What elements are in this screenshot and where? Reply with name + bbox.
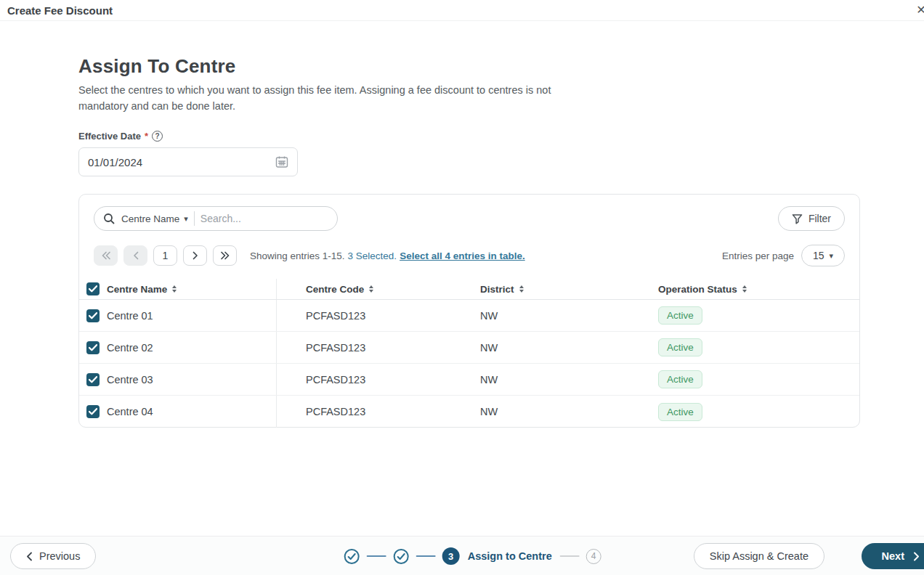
cell-centre-code: PCFASD123 — [277, 300, 480, 331]
column-label: Centre Code — [306, 284, 364, 295]
previous-button[interactable]: Previous — [10, 543, 96, 569]
search-input[interactable] — [200, 213, 328, 224]
prev-page-button[interactable] — [123, 245, 147, 266]
page-description: Select the centres to which you want to … — [78, 83, 580, 115]
help-icon[interactable]: ? — [152, 131, 163, 142]
last-page-button[interactable] — [213, 245, 237, 266]
cell-centre-name: Centre 03 — [107, 364, 277, 395]
entries-per-page-select[interactable]: 15 ▾ — [801, 245, 845, 266]
required-mark: * — [145, 131, 148, 142]
chevron-down-icon: ▾ — [184, 214, 188, 224]
current-page-number: 1 — [163, 250, 169, 261]
search-divider — [194, 211, 195, 226]
effective-date-value: 01/01/2024 — [88, 156, 275, 168]
current-page-button[interactable]: 1 — [153, 245, 177, 266]
step-3-current-badge: 3 — [442, 547, 460, 565]
column-header-centre-name[interactable]: Centre Name — [107, 279, 277, 299]
step-connector — [560, 555, 580, 557]
column-header-operation-status[interactable]: Operation Status — [658, 279, 859, 299]
skip-label: Skip Assign & Create — [710, 550, 808, 562]
pagination-bar: 1 Showing entries 1-15. 3 Selected. Sele… — [94, 245, 845, 266]
centres-table: Centre Name Centre Code District Operati… — [79, 279, 859, 428]
column-label: Centre Name — [107, 284, 167, 295]
table-row: Centre 01 PCFASD123 NW Active — [79, 300, 859, 332]
status-badge: Active — [658, 338, 702, 356]
sort-icon[interactable] — [369, 285, 373, 293]
wizard-footer: Previous 3 Assign to Centre 4 — [0, 536, 924, 575]
table-row: Centre 02 PCFASD123 NW Active — [79, 332, 859, 364]
create-fee-discount-dialog: Create Fee Discount ✕ Assign To Centre S… — [0, 0, 924, 575]
calendar-icon[interactable] — [275, 155, 288, 168]
step-1-complete-icon — [344, 548, 360, 565]
step-2-complete-icon — [393, 548, 410, 565]
chevron-left-icon — [26, 552, 33, 561]
table-row: Centre 03 PCFASD123 NW Active — [79, 364, 859, 396]
table-row: Centre 04 PCFASD123 NW Active — [79, 396, 859, 428]
previous-label: Previous — [39, 550, 80, 562]
row-checkbox[interactable] — [86, 309, 100, 322]
step-connector — [416, 555, 436, 557]
step-connector — [367, 555, 386, 557]
cell-district: NW — [480, 364, 658, 395]
effective-date-label: Effective Date * ? — [78, 131, 163, 142]
next-page-button[interactable] — [183, 245, 207, 266]
status-badge: Active — [658, 370, 702, 388]
step-4-badge: 4 — [586, 549, 601, 564]
entries-per-page: Entries per page 15 ▾ — [722, 245, 845, 266]
showing-entries-text: Showing entries 1-15. — [250, 250, 345, 261]
search-icon — [103, 213, 115, 225]
search-category-value: Centre Name — [121, 213, 179, 224]
close-icon[interactable]: ✕ — [913, 2, 924, 18]
cell-centre-name: Centre 04 — [107, 396, 277, 428]
selected-count-text: 3 Selected. — [348, 250, 397, 261]
column-label: District — [480, 284, 514, 295]
effective-date-field[interactable]: 01/01/2024 — [78, 147, 298, 176]
column-header-centre-code[interactable]: Centre Code — [277, 279, 480, 299]
first-page-button[interactable] — [94, 245, 118, 266]
row-checkbox[interactable] — [86, 341, 100, 354]
filter-button[interactable]: Filter — [778, 206, 845, 231]
cell-centre-code: PCFASD123 — [277, 364, 480, 395]
cell-centre-name: Centre 01 — [107, 300, 277, 331]
column-header-district[interactable]: District — [480, 279, 658, 299]
skip-assign-create-button[interactable]: Skip Assign & Create — [694, 543, 824, 569]
header-checkbox-cell — [79, 279, 107, 299]
table-header-row: Centre Name Centre Code District Operati… — [79, 279, 859, 300]
row-checkbox[interactable] — [86, 373, 100, 386]
centres-table-card: Centre Name ▾ Filter — [78, 194, 860, 428]
cell-district: NW — [480, 300, 658, 331]
select-all-checkbox[interactable] — [86, 282, 100, 295]
row-checkbox[interactable] — [86, 405, 100, 418]
entries-per-page-value: 15 — [813, 250, 824, 261]
search-bar: Centre Name ▾ — [94, 206, 338, 231]
entries-per-page-label: Entries per page — [722, 250, 794, 261]
sort-icon[interactable] — [172, 285, 177, 293]
column-label: Operation Status — [658, 284, 737, 295]
status-badge: Active — [658, 403, 702, 421]
cell-centre-code: PCFASD123 — [277, 396, 480, 428]
dialog-header: Create Fee Discount ✕ — [0, 0, 924, 21]
effective-date-label-text: Effective Date — [78, 131, 141, 142]
page-title: Assign To Centre — [78, 55, 236, 78]
next-label: Next — [882, 550, 904, 562]
sort-icon[interactable] — [519, 285, 524, 293]
chevron-right-icon — [913, 552, 920, 561]
chevron-down-icon: ▾ — [830, 251, 834, 261]
cell-centre-name: Centre 02 — [107, 332, 277, 363]
dialog-title: Create Fee Discount — [7, 4, 113, 17]
select-all-link[interactable]: Select all 4 entries in table. — [400, 250, 525, 261]
next-button[interactable]: Next — [862, 543, 924, 569]
sort-icon[interactable] — [742, 285, 747, 293]
filter-icon — [792, 213, 803, 224]
wizard-stepper: 3 Assign to Centre 4 — [344, 537, 601, 575]
cell-district: NW — [480, 332, 658, 363]
step-3-label: Assign to Centre — [468, 550, 552, 562]
cell-district: NW — [480, 396, 658, 428]
status-badge: Active — [658, 306, 702, 325]
search-category-dropdown[interactable]: Centre Name ▾ — [121, 213, 188, 224]
filter-label: Filter — [808, 213, 831, 224]
cell-centre-code: PCFASD123 — [277, 332, 480, 363]
